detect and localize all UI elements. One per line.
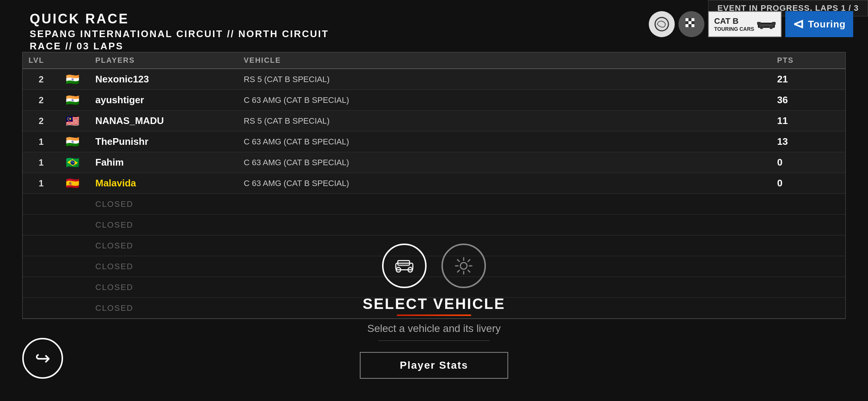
table-row: 2 🇮🇳 ayushtiger C 63 AMG (CAT B SPECIAL)… <box>23 90 845 111</box>
svg-rect-3 <box>691 18 694 21</box>
table-row: 2 🇮🇳 Nexonic123 RS 5 (CAT B SPECIAL) 21 <box>23 69 845 90</box>
svg-point-12 <box>760 25 763 29</box>
row-vehicle: C 63 AMG (CAT B SPECIAL) <box>238 179 771 188</box>
page-title: QUICK RACE <box>30 11 329 27</box>
cat-b-badge: CAT B TOURING CARS <box>708 11 782 37</box>
player-stats-button[interactable]: Player Stats <box>360 352 508 379</box>
svg-point-13 <box>769 25 773 29</box>
row-flag: 🇪🇸 <box>60 177 89 190</box>
svg-point-21 <box>460 263 467 269</box>
row-vehicle: C 63 AMG (CAT B SPECIAL) <box>238 158 771 167</box>
row-player: CLOSED <box>89 199 238 209</box>
back-button[interactable]: ↩ <box>22 338 63 379</box>
row-lvl: 2 <box>23 116 60 126</box>
row-vehicle: RS 5 (CAT B SPECIAL) <box>238 116 771 126</box>
col-vehicle: VEHICLE <box>238 56 771 65</box>
row-lvl: 1 <box>23 157 60 168</box>
touring-badge: ⊲ Touring <box>785 11 853 37</box>
svg-rect-4 <box>685 21 688 24</box>
col-pts: PTS <box>771 56 845 65</box>
row-flag: 🇮🇳 <box>60 73 89 86</box>
row-vehicle: C 63 AMG (CAT B SPECIAL) <box>238 95 771 105</box>
select-vehicle-label: SELECT VEHICLE <box>363 296 505 316</box>
row-flag: 🇲🇾 <box>60 114 89 127</box>
row-player: Malavida <box>89 177 238 189</box>
row-player: Fahim <box>89 157 238 168</box>
touring-label: Touring <box>808 19 846 30</box>
svg-rect-6 <box>691 21 694 24</box>
row-pts: 13 <box>771 136 845 147</box>
row-lvl: 2 <box>23 74 60 85</box>
table-row: CLOSED <box>23 215 845 235</box>
label-underline <box>397 314 471 316</box>
row-vehicle: RS 5 (CAT B SPECIAL) <box>238 75 771 84</box>
row-player: CLOSED <box>89 220 238 230</box>
row-player: ayushtiger <box>89 94 238 106</box>
touring-arrow-icon: ⊲ <box>793 16 804 32</box>
table-row: CLOSED <box>23 194 845 215</box>
select-vehicle-subtitle: Select a vehicle and its livery <box>367 323 501 335</box>
select-vehicle-button[interactable] <box>382 244 427 288</box>
svg-rect-8 <box>688 24 691 27</box>
svg-rect-2 <box>688 18 691 21</box>
svg-rect-7 <box>685 24 688 27</box>
row-vehicle: C 63 AMG (CAT B SPECIAL) <box>238 137 771 147</box>
row-player: ThePunishr <box>89 136 238 147</box>
svg-rect-15 <box>772 22 776 25</box>
race-info: RACE // 03 LAPS <box>30 40 329 52</box>
svg-rect-9 <box>691 24 694 27</box>
circuit-name: SEPANG INTERNATIONAL CIRCUIT // NORTH CI… <box>30 28 329 40</box>
row-pts: 0 <box>771 157 845 168</box>
svg-rect-14 <box>757 22 761 25</box>
row-player: Nexonic123 <box>89 74 238 85</box>
divider-line <box>378 340 490 341</box>
svg-rect-5 <box>688 21 691 24</box>
row-pts: 11 <box>771 115 845 127</box>
col-flag <box>60 56 89 65</box>
settings-button[interactable] <box>441 244 486 288</box>
checkered-flag-icon <box>678 11 704 37</box>
row-pts: 21 <box>771 74 845 85</box>
row-flag: 🇮🇳 <box>60 135 89 148</box>
col-players: PLAYERS <box>89 56 238 65</box>
row-player: NANAS_MADU <box>89 115 238 127</box>
table-header: LVL PLAYERS VEHICLE PTS <box>23 52 845 69</box>
bottom-section: SELECT VEHICLE Select a vehicle and its … <box>0 244 868 379</box>
row-pts: 36 <box>771 94 845 106</box>
svg-rect-1 <box>685 18 688 21</box>
row-flag: 🇧🇷 <box>60 156 89 169</box>
back-arrow-icon: ↩ <box>35 348 50 369</box>
header: QUICK RACE SEPANG INTERNATIONAL CIRCUIT … <box>30 11 329 52</box>
table-row: 2 🇲🇾 NANAS_MADU RS 5 (CAT B SPECIAL) 11 <box>23 111 845 131</box>
row-lvl: 2 <box>23 95 60 105</box>
bottom-icons-row <box>382 244 486 288</box>
row-flag: 🇮🇳 <box>60 94 89 107</box>
table-row: 1 🇪🇸 Malavida C 63 AMG (CAT B SPECIAL) 0 <box>23 173 845 194</box>
row-lvl: 1 <box>23 137 60 147</box>
col-lvl: LVL <box>23 56 60 65</box>
row-lvl: 1 <box>23 178 60 189</box>
circuit-icon <box>649 11 675 37</box>
top-right-icons: CAT B TOURING CARS ⊲ Touring <box>649 11 853 37</box>
table-row: 1 🇧🇷 Fahim C 63 AMG (CAT B SPECIAL) 0 <box>23 152 845 173</box>
row-pts: 0 <box>771 177 845 189</box>
table-row: 1 🇮🇳 ThePunishr C 63 AMG (CAT B SPECIAL)… <box>23 131 845 152</box>
